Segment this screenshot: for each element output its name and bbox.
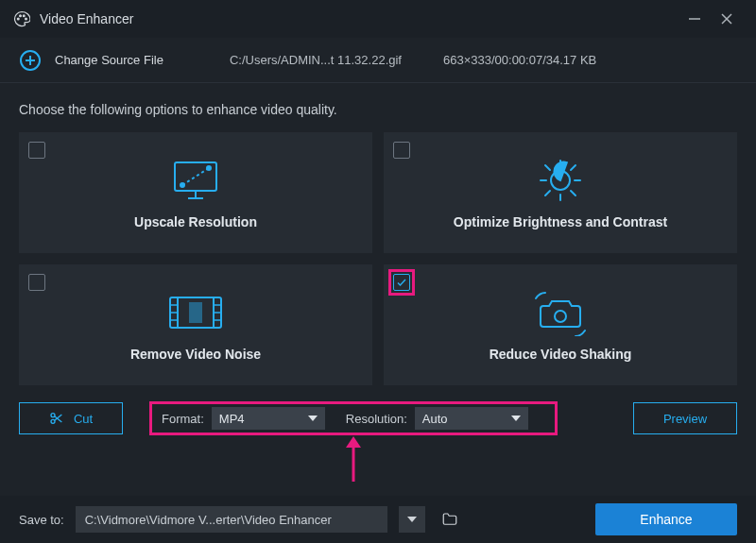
camera-shake-icon [530, 288, 591, 337]
option-grid: Upscale Resolution Optimize [19, 132, 737, 385]
checkbox-noise[interactable] [28, 274, 45, 291]
titlebar: Video Enhancer [0, 0, 756, 38]
monitor-icon [169, 156, 222, 205]
cut-button[interactable]: Cut [19, 402, 123, 434]
brightness-icon [534, 156, 587, 205]
enhance-label: Enhance [640, 512, 692, 527]
card-remove-noise[interactable]: Remove Video Noise [19, 264, 372, 385]
svg-point-12 [180, 183, 184, 187]
svg-point-1 [20, 15, 22, 17]
checkbox-shaking[interactable] [393, 274, 410, 291]
enhance-button[interactable]: Enhance [595, 503, 737, 535]
save-to-label: Save to: [19, 513, 64, 527]
source-path: C:/Users/ADMIN...t 11.32.22.gif [230, 53, 402, 67]
add-source-icon[interactable] [19, 49, 42, 72]
checkbox-upscale[interactable] [28, 142, 45, 159]
card-upscale-resolution[interactable]: Upscale Resolution [19, 132, 372, 253]
instruction-text: Choose the following options to enhance … [19, 83, 737, 132]
format-dropdown[interactable]: MP4 [212, 407, 325, 430]
svg-marker-40 [308, 416, 318, 421]
svg-point-35 [555, 311, 566, 322]
svg-marker-43 [346, 436, 361, 448]
annotation-format-outline: Format: MP4 Resolution: Auto [149, 401, 558, 435]
svg-marker-44 [407, 517, 417, 522]
source-info: 663×333/00:00:07/34.17 KB [443, 53, 596, 67]
svg-point-2 [23, 15, 25, 17]
minimize-button[interactable] [679, 7, 711, 31]
resolution-value: Auto [422, 412, 448, 426]
card-optimize-brightness[interactable]: Optimize Brightness and Contrast [384, 132, 737, 253]
card-label: Optimize Brightness and Contrast [454, 214, 667, 229]
svg-point-0 [17, 18, 19, 20]
app-title: Video Enhancer [40, 11, 133, 26]
format-value: MP4 [219, 412, 245, 426]
svg-marker-41 [511, 416, 521, 421]
card-label: Upscale Resolution [134, 214, 257, 229]
chevron-down-icon [511, 414, 521, 423]
svg-point-13 [207, 166, 211, 170]
resolution-dropdown[interactable]: Auto [415, 407, 528, 430]
save-path-value: C:\Vidmore\Vidmore V...erter\Video Enhan… [85, 513, 332, 527]
annotation-arrow-icon [344, 436, 363, 482]
svg-rect-34 [190, 303, 201, 322]
preview-button[interactable]: Preview [633, 402, 737, 434]
card-label: Remove Video Noise [130, 347, 261, 362]
close-button[interactable] [711, 7, 743, 31]
card-label: Reduce Video Shaking [490, 347, 632, 362]
card-reduce-shaking[interactable]: Reduce Video Shaking [384, 264, 737, 385]
open-folder-button[interactable] [437, 506, 463, 533]
format-row: Cut Format: MP4 Resolution: Auto Preview [19, 385, 737, 451]
footer: Save to: C:\Vidmore\Vidmore V...erter\Vi… [0, 496, 756, 543]
preview-label: Preview [663, 412, 707, 426]
source-bar: Change Source File C:/Users/ADMIN...t 11… [0, 38, 756, 83]
svg-line-24 [545, 191, 550, 195]
svg-line-23 [571, 165, 576, 170]
svg-line-21 [545, 165, 550, 170]
save-path-field[interactable]: C:\Vidmore\Vidmore V...erter\Video Enhan… [76, 506, 387, 533]
chevron-down-icon [308, 414, 318, 423]
scissors-icon [49, 411, 64, 426]
svg-line-11 [182, 168, 209, 185]
cut-label: Cut [74, 412, 93, 426]
resolution-label: Resolution: [346, 412, 407, 426]
svg-line-22 [571, 191, 576, 195]
palette-icon [13, 10, 30, 27]
save-path-dropdown[interactable] [399, 506, 425, 533]
checkbox-brightness[interactable] [393, 142, 410, 159]
format-label: Format: [162, 412, 204, 426]
svg-point-3 [26, 18, 27, 20]
change-source-link[interactable]: Change Source File [55, 53, 163, 67]
film-noise-icon [166, 288, 225, 337]
